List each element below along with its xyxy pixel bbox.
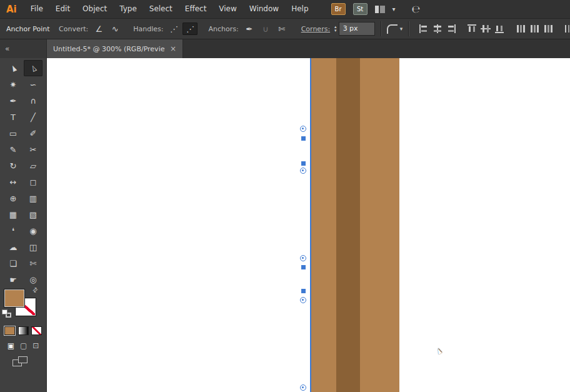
distribute-center-icon[interactable] xyxy=(529,24,541,34)
menu-type[interactable]: Type xyxy=(113,0,143,18)
perspective-grid-icon: ▥ xyxy=(29,194,37,203)
gradient-icon: ▧ xyxy=(29,211,37,219)
close-icon[interactable]: × xyxy=(165,44,176,53)
draw-behind-icon[interactable]: ▢ xyxy=(20,341,27,350)
cut-path-icon[interactable]: ✄ xyxy=(274,23,289,35)
free-transform-tool[interactable]: ◻ xyxy=(24,174,42,190)
screen-mode-icon[interactable] xyxy=(12,356,31,368)
menu-window[interactable]: Window xyxy=(243,0,285,18)
tools-panel: « ►▻✷∽✒∩T╱▭✐✎✂↻▱↔◻⊕▥▦▧❛◉☁◫❏✄☛◎ ⇄ ▣▢⊡ xyxy=(0,39,47,392)
workspace-icon[interactable] xyxy=(375,6,385,13)
draw-inside-icon[interactable]: ⊡ xyxy=(32,341,39,350)
fill-swatch[interactable] xyxy=(4,289,24,307)
slice-icon: ✄ xyxy=(30,259,37,268)
convert-to-smooth-icon[interactable]: ∿ xyxy=(108,23,122,35)
corners-input[interactable]: 3 px xyxy=(339,22,375,36)
hide-handles-icon[interactable]: ⋰ xyxy=(166,23,181,35)
selection-tool[interactable]: ► xyxy=(4,60,22,76)
align-vertical-top-icon[interactable] xyxy=(466,24,479,34)
collapse-panel-icon[interactable]: « xyxy=(5,44,9,53)
menu-view[interactable]: View xyxy=(212,0,242,18)
show-handles-icon[interactable]: ⋰ xyxy=(182,23,198,35)
gradient-tool[interactable]: ▧ xyxy=(24,206,42,223)
stepper-down-icon[interactable]: ▾ xyxy=(334,29,337,33)
convert-to-corner-icon[interactable]: ∠ xyxy=(91,23,106,35)
corners-stepper[interactable]: ▴ ▾ xyxy=(334,25,337,33)
gradient-button[interactable] xyxy=(18,326,29,335)
selection-path[interactable] xyxy=(310,58,311,392)
anchor-point[interactable] xyxy=(301,136,306,141)
color-button[interactable] xyxy=(4,326,15,335)
none-button[interactable] xyxy=(31,326,42,335)
corner-widget[interactable] xyxy=(300,297,306,303)
direct-selection-tool[interactable]: ▻ xyxy=(24,60,42,76)
pen-tool[interactable]: ✒ xyxy=(4,93,22,109)
align-vertical-center-icon[interactable] xyxy=(480,24,492,34)
menu-help[interactable]: Help xyxy=(285,0,314,18)
chevron-down-icon[interactable]: ▾ xyxy=(392,6,396,13)
align-horizontal-right-icon[interactable] xyxy=(445,24,458,34)
illustrator-logo[interactable]: Ai xyxy=(0,4,24,15)
rotate-tool[interactable]: ↻ xyxy=(4,158,22,174)
menu-edit[interactable]: Edit xyxy=(49,0,76,18)
search-swirl-icon[interactable]: ℮ xyxy=(412,3,421,15)
swap-fill-stroke-icon[interactable]: ⇄ xyxy=(31,286,39,294)
mesh-tool[interactable]: ▦ xyxy=(4,206,22,223)
corner-widget[interactable] xyxy=(300,384,306,391)
width-tool[interactable]: ↔ xyxy=(4,174,22,190)
anchors-label: Anchors: xyxy=(208,25,238,33)
rectangle-tool[interactable]: ▭ xyxy=(4,125,22,141)
menu-items: FileEditObjectTypeSelectEffectViewWindow… xyxy=(24,0,315,18)
align-horizontal-left-icon[interactable] xyxy=(418,24,430,34)
corner-widget[interactable] xyxy=(300,168,306,174)
distribute-spacing-horizontal-icon[interactable] xyxy=(564,24,570,34)
symbol-sprayer-tool[interactable]: ☁ xyxy=(4,239,22,255)
remove-anchor-icon[interactable]: ✒ xyxy=(242,23,257,35)
lasso-tool[interactable]: ∽ xyxy=(24,76,42,93)
distribute-left-icon[interactable] xyxy=(515,24,528,34)
menu-object[interactable]: Object xyxy=(76,0,113,18)
corner-widget[interactable] xyxy=(300,126,306,132)
perspective-grid-tool[interactable]: ▥ xyxy=(24,190,42,206)
artboard-tool[interactable]: ❏ xyxy=(4,255,22,271)
paintbrush-tool[interactable]: ✐ xyxy=(24,125,42,141)
lasso-icon: ∽ xyxy=(30,81,37,89)
magic-wand-tool[interactable]: ✷ xyxy=(4,76,22,93)
magic-wand-icon: ✷ xyxy=(10,81,17,89)
shape-stripe[interactable] xyxy=(336,58,360,392)
shape-builder-tool[interactable]: ⊕ xyxy=(4,190,22,206)
anchor-point[interactable] xyxy=(301,161,306,166)
scale-tool[interactable]: ▱ xyxy=(24,158,42,174)
bridge-button[interactable]: Br xyxy=(331,3,346,15)
curvature-tool[interactable]: ∩ xyxy=(24,93,42,109)
slice-tool[interactable]: ✄ xyxy=(24,255,42,271)
eyedropper-tool[interactable]: ❛ xyxy=(4,223,22,239)
line-segment-tool[interactable]: ╱ xyxy=(24,109,42,125)
menu-file[interactable]: File xyxy=(24,0,49,18)
anchor-point[interactable] xyxy=(301,289,306,293)
corners-label[interactable]: Corners: xyxy=(301,25,330,33)
menu-effect[interactable]: Effect xyxy=(179,0,213,18)
connect-anchors-icon[interactable]: ∪ xyxy=(258,23,273,35)
document-tab[interactable]: Untitled-5* @ 300% (RGB/Preview) × xyxy=(47,39,183,58)
artboard[interactable]: ► xyxy=(47,58,570,392)
draw-normal-icon[interactable]: ▣ xyxy=(8,341,14,350)
corner-shape-icon xyxy=(387,24,398,34)
stock-button[interactable]: St xyxy=(353,3,368,15)
handles-icons: ⋰⋰ xyxy=(166,23,198,35)
column-graph-tool[interactable]: ◫ xyxy=(24,239,42,255)
align-vertical-bottom-icon[interactable] xyxy=(494,24,506,34)
align-horizontal-center-icon[interactable] xyxy=(431,24,444,34)
corner-widget[interactable] xyxy=(300,255,306,261)
distribute-right-icon[interactable] xyxy=(542,24,555,34)
blend-tool[interactable]: ◉ xyxy=(24,223,42,239)
pencil-tool[interactable]: ✎ xyxy=(4,141,22,158)
chevron-down-icon: ▾ xyxy=(400,26,403,32)
menu-select[interactable]: Select xyxy=(143,0,179,18)
anchor-point[interactable] xyxy=(301,265,306,269)
shape-band[interactable] xyxy=(311,58,399,392)
type-tool[interactable]: T xyxy=(4,109,22,125)
default-fill-stroke-icon[interactable] xyxy=(2,309,13,319)
scissors-tool[interactable]: ✂ xyxy=(24,141,42,158)
corner-options-button[interactable]: ▾ xyxy=(387,24,403,34)
